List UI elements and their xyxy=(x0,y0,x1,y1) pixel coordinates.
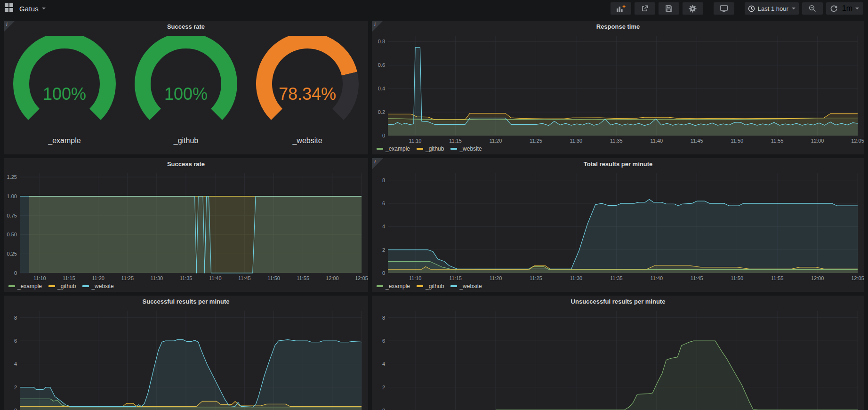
svg-text:11:45: 11:45 xyxy=(238,275,251,281)
settings-button[interactable] xyxy=(683,2,703,15)
panel-success-rate-gauges: i Success rate 100%_example100%_github78… xyxy=(4,21,368,154)
svg-text:12:00: 12:00 xyxy=(811,275,824,281)
svg-text:0: 0 xyxy=(382,408,385,410)
dashboard-title[interactable]: Gatus xyxy=(19,5,39,13)
svg-text:0: 0 xyxy=(382,133,385,138)
legend-item-_github[interactable]: _github xyxy=(417,145,444,152)
chart-legend: _example_github_website xyxy=(8,282,121,290)
legend-item-_website[interactable]: _website xyxy=(82,283,113,289)
panel-successful-results: Successful results per minute 0246811:10… xyxy=(4,296,368,410)
chart-legend: _example_github_website xyxy=(377,145,489,153)
chart-panel-body: 00.20.40.60.811:1011:1511:2011:2511:3011… xyxy=(372,32,864,154)
cycle-view-mode-button[interactable] xyxy=(714,2,734,15)
legend-item-_website[interactable]: _website xyxy=(450,145,482,152)
gauge-label: _example xyxy=(48,137,80,145)
gauge-value: 100% xyxy=(164,84,208,104)
svg-text:0.6: 0.6 xyxy=(378,62,385,68)
panel-title[interactable]: Unsuccessful results per minute xyxy=(372,296,864,307)
svg-text:0: 0 xyxy=(14,408,17,410)
panel-title[interactable]: Response time xyxy=(372,21,864,32)
svg-text:11:15: 11:15 xyxy=(449,275,462,281)
svg-text:0.50: 0.50 xyxy=(7,232,17,237)
svg-text:11:10: 11:10 xyxy=(33,275,46,281)
svg-text:4: 4 xyxy=(382,224,385,229)
gauge-arc: 100% xyxy=(6,36,123,136)
chart-panel-body: 0246811:1011:1511:2011:2511:3011:3511:40… xyxy=(372,169,864,292)
legend-item-_example[interactable]: _example xyxy=(377,145,410,152)
svg-text:0.8: 0.8 xyxy=(378,39,385,44)
refresh-interval-caret-icon xyxy=(855,8,859,9)
share-button[interactable] xyxy=(635,2,655,15)
svg-text:8: 8 xyxy=(382,315,385,321)
chart-plot-area[interactable]: 00.20.40.60.811:1011:1511:2011:2511:3011… xyxy=(372,32,864,145)
svg-text:12:05: 12:05 xyxy=(355,275,368,281)
refresh-button[interactable] xyxy=(828,2,840,15)
legend-series-name: _example xyxy=(17,283,42,289)
svg-text:2: 2 xyxy=(382,247,385,253)
svg-text:12:00: 12:00 xyxy=(326,275,339,281)
svg-text:11:10: 11:10 xyxy=(409,138,422,144)
svg-text:11:35: 11:35 xyxy=(180,275,193,281)
legend-series-name: _example xyxy=(386,283,410,289)
panel-title[interactable]: Success rate xyxy=(4,21,368,32)
svg-text:11:30: 11:30 xyxy=(570,275,583,281)
legend-item-_example[interactable]: _example xyxy=(8,283,42,289)
legend-series-name: _website xyxy=(91,283,113,289)
chart-plot-area[interactable]: 0246811:1011:1511:2011:2511:3011:3511:40… xyxy=(372,169,864,282)
svg-text:11:55: 11:55 xyxy=(297,275,309,281)
refresh-interval-dropdown[interactable]: 1m xyxy=(840,2,861,15)
panel-title[interactable]: Successful results per minute xyxy=(4,296,368,307)
gauge-arc: 78.34% xyxy=(249,36,366,136)
save-button[interactable] xyxy=(659,2,679,15)
navbar: Gatus xyxy=(0,0,868,17)
chart-plot-area[interactable]: 0246811:1011:1511:2011:2511:3011:3511:40… xyxy=(372,307,864,410)
dashboard-title-caret-icon[interactable] xyxy=(42,8,46,9)
time-range-picker[interactable]: Last 1 hour xyxy=(745,2,799,15)
legend-item-_github[interactable]: _github xyxy=(417,283,444,289)
panel-title[interactable]: Success rate xyxy=(4,158,368,169)
svg-text:0.2: 0.2 xyxy=(378,109,385,115)
gauge-_github: 100%_github xyxy=(127,36,245,145)
panel-info-icon[interactable]: i xyxy=(372,158,383,169)
gauge-label: _website xyxy=(292,137,322,145)
chart-plot-area[interactable]: 00.250.500.751.001.2511:1011:1511:2011:2… xyxy=(4,169,368,282)
panel-unsuccessful-results: Unsuccessful results per minute 0246811:… xyxy=(372,296,864,410)
legend-series-dash xyxy=(417,285,423,287)
panel-total-results: i Total results per minute 0246811:1011:… xyxy=(372,158,864,292)
legend-series-dash xyxy=(377,285,383,287)
gauge-value: 78.34% xyxy=(279,84,336,104)
zoom-out-icon xyxy=(809,5,816,12)
legend-item-_website[interactable]: _website xyxy=(450,283,482,289)
legend-series-name: _website xyxy=(459,283,482,289)
svg-text:6: 6 xyxy=(382,201,385,206)
legend-series-dash xyxy=(450,148,457,150)
gauge-_website: 78.34%_website xyxy=(249,36,366,145)
save-icon xyxy=(665,5,673,12)
legend-item-_github[interactable]: _github xyxy=(48,283,76,289)
zoom-out-button[interactable] xyxy=(802,2,823,15)
add-panel-icon xyxy=(616,5,626,12)
legend-series-name: _github xyxy=(426,283,444,289)
svg-text:11:30: 11:30 xyxy=(151,275,163,281)
chart-plot-area[interactable]: 0246811:1011:1511:2011:2511:3011:3511:40… xyxy=(4,307,368,410)
dashboard-nav: Gatus xyxy=(0,3,46,14)
chart-panel-body: 0246811:1011:1511:2011:2511:3011:3511:40… xyxy=(4,307,368,410)
svg-text:11:55: 11:55 xyxy=(771,275,784,281)
legend-item-_example[interactable]: _example xyxy=(377,283,410,289)
panel-info-icon[interactable]: i xyxy=(4,21,15,32)
svg-text:0.4: 0.4 xyxy=(378,86,385,91)
svg-text:11:35: 11:35 xyxy=(610,138,623,144)
svg-text:11:35: 11:35 xyxy=(610,275,623,281)
panel-info-icon[interactable]: i xyxy=(372,21,383,32)
chart-panel-body: 00.250.500.751.001.2511:1011:1511:2011:2… xyxy=(4,169,368,292)
panel-title[interactable]: Total results per minute xyxy=(372,158,864,169)
legend-series-dash xyxy=(377,148,383,150)
add-panel-button[interactable] xyxy=(611,2,631,15)
svg-text:11:50: 11:50 xyxy=(731,275,743,281)
svg-text:0.25: 0.25 xyxy=(7,251,17,257)
svg-text:12:00: 12:00 xyxy=(811,138,824,144)
svg-text:11:45: 11:45 xyxy=(691,275,703,281)
grafana-menu-icon[interactable] xyxy=(5,3,14,14)
legend-series-dash xyxy=(450,285,457,287)
legend-series-name: _github xyxy=(426,145,444,152)
